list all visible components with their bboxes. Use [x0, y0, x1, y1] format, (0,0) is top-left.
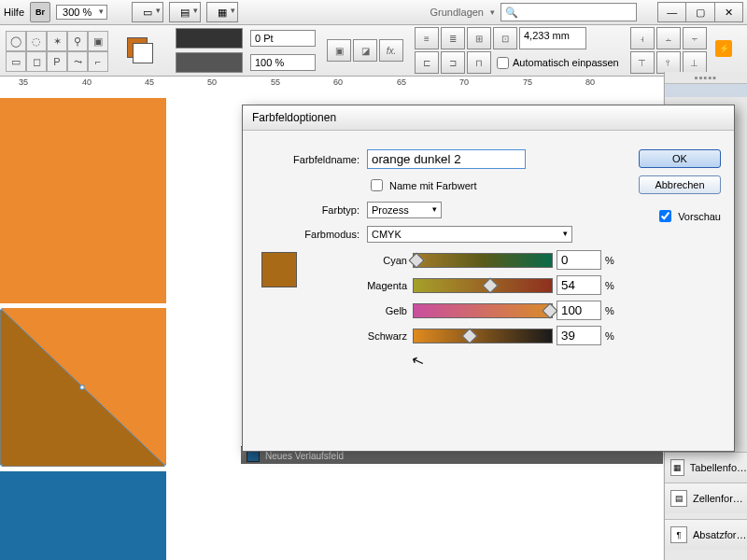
text-wrap-3-icon[interactable]: ⊞ — [467, 27, 491, 49]
maximize-button[interactable]: ▢ — [686, 3, 714, 21]
effects-2-button[interactable]: ◪ — [353, 39, 377, 62]
preview-checkbox[interactable]: Vorschau — [639, 207, 721, 225]
wand-icon[interactable]: ✶ — [47, 31, 67, 51]
screen-mode-button[interactable]: ▭ — [132, 2, 163, 22]
name-label: Farbfeldname: — [261, 154, 367, 165]
text-wrap-1-icon[interactable]: ≡ — [415, 27, 439, 49]
dialog-title: Farbfeldoptionen — [243, 105, 734, 131]
yellow-value-input[interactable] — [557, 301, 601, 320]
magenta-label: Magenta — [310, 280, 413, 291]
search-icon: 🔍 — [505, 7, 518, 19]
svg-rect-3 — [0, 465, 2, 467]
black-value-input[interactable] — [557, 326, 601, 345]
opacity-dropdown[interactable]: 100 % — [250, 54, 316, 71]
zoom-dropdown[interactable]: 300 % — [56, 5, 107, 20]
workspace-dropdown[interactable]: Grundlagen — [423, 5, 496, 20]
close-button[interactable]: ✕ — [715, 3, 742, 21]
brown-triangle[interactable] — [0, 308, 166, 467]
tool-palette: ◯ ◌ ✶ ⚲ ▣ ▭ ◻ P ⤳ ⌐ — [6, 31, 106, 70]
panel-grip-icon[interactable]: ▪▪▪▪▪ — [665, 72, 747, 83]
container-icon[interactable]: ▣ — [88, 31, 108, 51]
window-controls: — ▢ ✕ — [657, 2, 743, 22]
color-preview-swatch — [261, 252, 297, 287]
menubar: Hilfe Br 300 % ▭ ▤ ▦ Grundlagen 🔍 — ▢ ✕ — [0, 0, 747, 25]
svg-rect-4 — [80, 385, 84, 389]
ellipse-dashed-icon[interactable]: ◌ — [26, 31, 47, 51]
blue-rect[interactable] — [0, 471, 166, 560]
bezier-icon[interactable]: ⤳ — [67, 51, 88, 72]
cyan-label: Cyan — [310, 255, 413, 266]
fill-stroke-swatch[interactable] — [127, 37, 153, 63]
svg-rect-2 — [164, 465, 166, 467]
stroke-style-2-dropdown[interactable] — [176, 52, 243, 73]
align-2-icon[interactable]: ⫠ — [656, 27, 681, 49]
bridge-icon[interactable]: Br — [30, 2, 50, 22]
search-input[interactable]: 🔍 — [500, 3, 637, 21]
black-label: Schwarz — [310, 330, 413, 342]
swatch-name-input[interactable] — [367, 149, 526, 169]
color-mode-label: Farbmodus: — [261, 229, 367, 240]
paragraph-formats-panel[interactable]: ¶Absatzfor… — [665, 519, 747, 550]
magenta-slider[interactable] — [413, 278, 553, 293]
stroke-weight-dropdown[interactable]: 0 Pt — [250, 30, 316, 47]
effects-1-button[interactable]: ▣ — [327, 39, 351, 62]
help-menu[interactable]: Hilfe — [4, 7, 24, 18]
cursor-icon: ↖ — [409, 350, 427, 371]
cyan-value-input[interactable] — [557, 250, 601, 270]
svg-rect-1 — [0, 308, 2, 310]
auto-fit-checkbox[interactable]: Automatisch einpassen — [497, 51, 619, 74]
swatch-options-dialog: Farbfeldoptionen Farbfeldname: Name mit … — [242, 105, 735, 452]
arrange-button[interactable]: ▤ — [169, 2, 201, 22]
fit-3-icon[interactable]: ⊓ — [467, 51, 491, 74]
cyan-slider[interactable] — [413, 253, 553, 268]
ellipse-tool-icon[interactable]: ◯ — [6, 31, 26, 51]
align-6-icon[interactable]: ⊥ — [683, 51, 707, 74]
fx-button[interactable]: fx. — [379, 39, 403, 62]
color-mode-dropdown[interactable]: CMYK — [367, 226, 572, 243]
align-3-icon[interactable]: ⫟ — [683, 27, 707, 49]
black-slider[interactable] — [413, 329, 553, 343]
align-1-icon[interactable]: ⫞ — [630, 27, 655, 49]
text-wrap-2-icon[interactable]: ≣ — [441, 27, 465, 49]
magenta-value-input[interactable] — [557, 275, 601, 295]
control-toolbar: ◯ ◌ ✶ ⚲ ▣ ▭ ◻ P ⤳ ⌐ 0 Pt 100 % ▣ ◪ fx. ≡… — [0, 25, 747, 77]
size-field[interactable]: 4,233 mm — [519, 27, 586, 49]
view-options-button[interactable]: ▦ — [206, 2, 238, 22]
corner-icon[interactable]: ⌐ — [88, 51, 108, 72]
ok-button[interactable]: OK — [639, 149, 721, 168]
type-tool-icon[interactable]: P — [47, 51, 67, 72]
yellow-slider[interactable] — [413, 303, 553, 318]
color-type-label: Farbtyp: — [261, 204, 367, 216]
flash-icon[interactable]: ⚡ — [715, 40, 732, 57]
stroke-style-dropdown[interactable] — [176, 28, 243, 49]
color-type-dropdown[interactable]: Prozess — [367, 202, 442, 218]
text-wrap-4-icon[interactable]: ⊡ — [493, 27, 517, 49]
align-5-icon[interactable]: ⫯ — [656, 51, 681, 74]
cancel-button[interactable]: Abbrechen — [639, 175, 721, 194]
align-4-icon[interactable]: ⊤ — [630, 51, 655, 74]
cell-formats-panel[interactable]: ▤Zellenfor… — [665, 483, 747, 513]
rect-tool-icon[interactable]: ▭ — [6, 51, 26, 72]
fit-2-icon[interactable]: ⊐ — [441, 51, 465, 74]
anchor-icon[interactable]: ⚲ — [67, 31, 88, 51]
name-with-value-checkbox[interactable]: Name mit Farbwert — [367, 176, 477, 194]
minimize-button[interactable]: — — [658, 3, 686, 21]
rect-dashed-icon[interactable]: ◻ — [26, 51, 47, 72]
orange-rect-1[interactable] — [0, 98, 166, 303]
yellow-label: Gelb — [310, 305, 413, 316]
fit-1-icon[interactable]: ⊏ — [415, 51, 439, 74]
